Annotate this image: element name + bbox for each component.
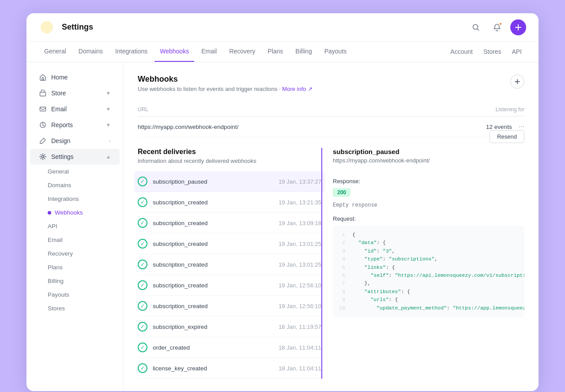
delivery-item-7[interactable]: ✓ subscription_created 19 Jan, 12:56:10 xyxy=(138,296,321,317)
main-layout: Home Store ▼ Ema xyxy=(26,62,539,391)
delivery-time-2: 19 Jan, 13:21:35 xyxy=(279,199,321,206)
tab-account[interactable]: Account xyxy=(446,42,477,61)
delivery-check-icon-6: ✓ xyxy=(138,280,147,290)
tab-webhooks[interactable]: Webhooks xyxy=(154,41,194,62)
webhooks-description: Use webhooks to listen for events and tr… xyxy=(138,86,313,92)
delivery-time-10: 18 Jan, 11:04:11 xyxy=(279,365,321,372)
sidebar-item-settings[interactable]: Settings ▲ xyxy=(30,149,120,165)
settings-sub-menu: General Domains Integrations Webhooks AP… xyxy=(26,165,123,315)
sidebar-sub-webhooks-label: Webhooks xyxy=(55,209,83,216)
sidebar-sub-domains-label: Domains xyxy=(48,182,71,188)
sidebar-sub-webhooks[interactable]: Webhooks xyxy=(26,206,123,219)
delivery-name-6: subscription_created xyxy=(153,282,273,289)
store-chevron-icon: ▼ xyxy=(106,90,111,96)
sidebar-reports-label: Reports xyxy=(51,121,73,128)
sidebar-settings-label: Settings xyxy=(51,153,74,160)
main-content: Webhooks Use webhooks to listen for even… xyxy=(124,62,539,391)
sidebar-sub-payouts[interactable]: Payouts xyxy=(26,288,123,302)
store-icon xyxy=(39,89,47,97)
tab-payouts[interactable]: Payouts xyxy=(319,41,352,62)
sidebar-sub-domains[interactable]: Domains xyxy=(26,178,123,192)
sidebar-sub-recovery[interactable]: Recovery xyxy=(26,247,123,260)
delivery-check-icon-10: ✓ xyxy=(138,363,147,373)
search-button[interactable] xyxy=(468,19,484,35)
delivery-check-icon-4: ✓ xyxy=(138,239,147,249)
delivery-name-7: subscription_created xyxy=(153,303,273,309)
delivery-item-8[interactable]: ✓ subscription_expired 18 Jan, 11:19:57 xyxy=(138,317,321,337)
delivery-check-icon-5: ✓ xyxy=(138,260,147,269)
sidebar-sub-general[interactable]: General xyxy=(26,165,123,178)
delivery-item-9[interactable]: ✓ order_created 18 Jan, 11:04:11 xyxy=(138,337,321,358)
delivery-check-icon-8: ✓ xyxy=(138,322,147,332)
sidebar-sub-stores[interactable]: Stores xyxy=(26,302,123,315)
code-line-7: 7 }, xyxy=(338,279,519,287)
resend-button[interactable]: Resend xyxy=(490,130,524,143)
design-chevron-icon: › xyxy=(109,138,111,143)
sidebar: Home Store ▼ Ema xyxy=(26,62,124,391)
code-line-9: 9 "urls": { xyxy=(338,296,519,304)
delivery-time-7: 19 Jan, 12:56:10 xyxy=(279,303,321,309)
email-chevron-icon: ▼ xyxy=(106,106,111,112)
svg-point-0 xyxy=(41,21,53,34)
tab-general[interactable]: General xyxy=(39,41,72,62)
tab-api[interactable]: API xyxy=(507,42,526,61)
code-line-3: 3 "id": "3", xyxy=(338,247,519,255)
add-button[interactable] xyxy=(510,19,526,35)
delivery-item-1[interactable]: ✓ subscription_paused 19 Jan, 13:37:27 xyxy=(134,171,325,192)
app-window: 🍋 Settings xyxy=(26,13,539,391)
email-icon xyxy=(39,105,47,113)
sidebar-item-design[interactable]: Design › xyxy=(30,133,120,149)
sidebar-sub-integrations[interactable]: Integrations xyxy=(26,192,123,206)
sidebar-sub-plans[interactable]: Plans xyxy=(26,260,123,274)
sidebar-item-home[interactable]: Home xyxy=(30,69,120,85)
logo: 🍋 xyxy=(39,19,55,35)
sidebar-sub-email-label: Email xyxy=(48,237,63,243)
page-title: Settings xyxy=(62,23,93,32)
tab-billing[interactable]: Billing xyxy=(290,41,317,62)
sidebar-sub-plans-label: Plans xyxy=(48,264,63,271)
detail-panel: subscription_paused https://myapp.com/we… xyxy=(321,148,524,379)
sidebar-item-email[interactable]: Email ▼ xyxy=(30,101,120,117)
webhooks-header: Webhooks Use webhooks to listen for even… xyxy=(138,75,524,92)
delivery-item-5[interactable]: ✓ subscription_created 19 Jan, 13:01:25 xyxy=(138,254,321,275)
webhook-more-button[interactable]: ··· xyxy=(519,123,524,130)
deliveries-description: Information about recently delivered web… xyxy=(138,158,321,164)
notifications-button[interactable] xyxy=(489,19,505,35)
sidebar-sub-api-label: API xyxy=(48,223,57,230)
sidebar-sub-stores-label: Stores xyxy=(48,305,65,312)
svg-rect-8 xyxy=(40,107,46,111)
request-label: Request: xyxy=(333,215,524,222)
sidebar-sub-api[interactable]: API xyxy=(26,219,123,233)
delivery-check-icon-3: ✓ xyxy=(138,218,147,228)
delivery-item-10[interactable]: ✓ license_key_created 18 Jan, 11:04:11 xyxy=(138,358,321,379)
delivery-item-6[interactable]: ✓ subscription_created 19 Jan, 12:56:10 xyxy=(138,275,321,296)
delivery-name-1: subscription_paused xyxy=(153,178,273,185)
tab-stores[interactable]: Stores xyxy=(479,42,505,61)
tab-integrations[interactable]: Integrations xyxy=(110,41,153,62)
delivery-item-4[interactable]: ✓ subscription_created 19 Jan, 13:01:25 xyxy=(138,234,321,254)
tab-plans[interactable]: Plans xyxy=(262,41,288,62)
col-listening-header: Listening for xyxy=(418,103,524,117)
sidebar-sub-billing[interactable]: Billing xyxy=(26,274,123,288)
add-webhook-button[interactable] xyxy=(510,75,524,89)
tab-domains[interactable]: Domains xyxy=(73,41,108,62)
sidebar-sub-email[interactable]: Email xyxy=(26,233,123,247)
webhooks-title: Webhooks xyxy=(138,75,313,84)
webhook-table: URL Listening for https://myapp.com/webh… xyxy=(138,103,524,137)
sidebar-item-reports[interactable]: Reports ▼ xyxy=(30,117,120,133)
nav-tabs: General Domains Integrations Webhooks Em… xyxy=(26,41,539,62)
sidebar-design-label: Design xyxy=(51,137,71,144)
delivery-time-8: 18 Jan, 11:19:57 xyxy=(279,324,321,330)
sidebar-item-store[interactable]: Store ▼ xyxy=(30,85,120,101)
code-line-5: 5 "links": { xyxy=(338,264,519,271)
sidebar-sub-general-label: General xyxy=(48,168,69,175)
table-row[interactable]: https://myapp.com/webhook-endpoint/ 12 e… xyxy=(138,117,524,137)
code-line-6: 6 "self": "https://api.lemonsqueezy.com/… xyxy=(338,271,519,279)
tab-recovery[interactable]: Recovery xyxy=(224,41,260,62)
tab-email[interactable]: Email xyxy=(196,41,222,62)
sidebar-home-label: Home xyxy=(51,74,68,81)
delivery-time-5: 19 Jan, 13:01:25 xyxy=(279,261,321,268)
delivery-item-3[interactable]: ✓ subscription_created 19 Jan, 13:09:18 xyxy=(138,213,321,234)
delivery-item-2[interactable]: ✓ subscription_created 19 Jan, 13:21:35 xyxy=(138,192,321,213)
more-info-link[interactable]: More info ↗ xyxy=(282,86,313,92)
